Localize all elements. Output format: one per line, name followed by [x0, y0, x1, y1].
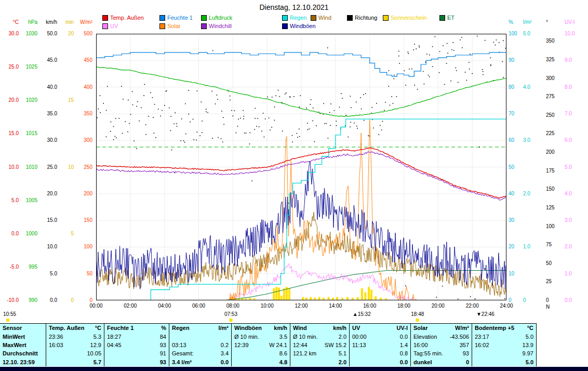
legend-item-temp-au-en: Temp. Außen [102, 15, 144, 21]
legend-item-wind: Wind [311, 15, 331, 21]
y-tick-label: 0 [523, 298, 537, 303]
y-tick-label: 250 [546, 113, 559, 118]
table-row-label: Sensor [0, 325, 46, 331]
sun-icon [416, 319, 419, 322]
y-tick-label: 10 [61, 165, 74, 170]
table-cell-group: Windböenkm/h [231, 324, 290, 332]
table-cell-value: 0.2 [221, 342, 229, 348]
table-cell-value: °C [527, 325, 533, 331]
legend-label: ET [447, 15, 455, 21]
marker-moonset: ▼22:46 [476, 311, 495, 317]
y-tick-label: 1005 [21, 198, 37, 203]
table-cell-group: 04:4593 [104, 341, 169, 349]
table-cell-value: 13.9 [523, 342, 533, 348]
table-cell-value: 91 [160, 350, 166, 356]
table-cell-group [169, 332, 231, 340]
y-tick-label: 7.0 [565, 111, 580, 116]
y-tick-label: 225 [546, 131, 559, 136]
table-cell-value: 93 [160, 342, 166, 348]
y-tick-label: 4.0 [523, 85, 537, 90]
table-cell-value: 1.4 [400, 342, 408, 348]
marker-sunrise: 07:53 [224, 311, 237, 322]
y-tick-label: 350 [76, 111, 92, 116]
y-tick-label: 30.0 [41, 138, 57, 143]
legend-item-uv: UV [102, 23, 118, 29]
y-tick-label: 50.0 [41, 31, 57, 36]
table-cell-group: 12:39W 24.1 [231, 341, 290, 349]
table-cell-group: 03:130.2 [169, 341, 231, 349]
legend-swatch-icon [347, 15, 353, 21]
marker-label: ▼22:46 [476, 311, 495, 317]
x-tick-label: 14:00 [329, 303, 342, 309]
x-tick-label: 12:00 [295, 303, 308, 309]
table-cell-group: 18:2784 [104, 332, 169, 340]
table-cell-value: 9.97 [523, 350, 533, 356]
y-tick-label: 75 [546, 242, 559, 247]
axis-unit-label: % [509, 20, 520, 25]
table-cell-time: Solar [413, 325, 428, 331]
x-tick-label: 16:00 [363, 303, 376, 309]
y-tick-label: 10.0 [41, 244, 57, 249]
y-tick-label: 5.0 [3, 198, 19, 203]
y-tick-label: 20 [509, 244, 520, 249]
table-cell-group: 10.05 [46, 349, 104, 357]
y-tick-label: 150 [546, 187, 559, 192]
y-tick-label: 45.0 [41, 58, 57, 63]
table-cell-group: dunkel0 [410, 358, 472, 366]
y-tick-label: 0.0 [41, 298, 57, 303]
table-cell-time: UV [352, 325, 360, 331]
y-tick-label: 350 [546, 38, 559, 44]
table-cell-value: 0.0 [400, 334, 408, 340]
table-cell-time: 16:00 [413, 342, 428, 348]
table-cell-group: 16:00357 [410, 341, 472, 349]
legend-swatch-icon [102, 23, 108, 29]
table-cell-value: SW 15.2 [325, 342, 346, 348]
table-cell-group: 16:0312.9 [46, 341, 104, 349]
legend-swatch-icon [282, 23, 288, 29]
y-tick-label: 300 [546, 76, 559, 81]
marker-label: ▲15:32 [353, 311, 371, 317]
table-cell-time: 16:02 [475, 342, 489, 348]
legend-item-regen: Regen [282, 15, 306, 21]
table-cell-group: 9.97 [472, 349, 536, 357]
legend-label: Luftdruck [209, 15, 232, 21]
page-title: Dienstag, 12.10.2021 [0, 3, 588, 11]
y-tick-label: 0 [61, 298, 74, 303]
legend-item-et: ET [439, 15, 455, 21]
axis-unit-label: °C [3, 20, 19, 25]
table-cell-value: 357 [460, 342, 469, 348]
y-tick-label: 35.0 [41, 111, 57, 116]
table-row-label: MinWert [0, 334, 46, 340]
legend-swatch-icon [201, 23, 207, 29]
marker-label: 18:48 [411, 311, 424, 317]
table-cell-group: 5.7 [46, 358, 104, 366]
x-tick-label: 00:00 [89, 303, 102, 309]
y-tick-label: 0 [546, 298, 559, 303]
y-tick-label: 40 [509, 191, 520, 196]
marker-label: 10:55 [3, 311, 16, 317]
table-cell-value: 5.0 [526, 334, 533, 340]
table-cell-time: Ø 10 min. [293, 334, 318, 340]
legend-label: Sonnenschein [391, 15, 427, 21]
x-tick-label: 20:00 [432, 303, 445, 309]
table-cell-value: 84 [160, 334, 166, 340]
table-cell-group: Ø 10 min.3.5 [231, 332, 290, 340]
table-cell-time: 121.2 km [293, 350, 316, 356]
y-tick-label: 1.0 [523, 244, 537, 249]
table-cell-time: 12:39 [234, 342, 249, 348]
table-row-label: 12.10. 23:59 [0, 359, 46, 365]
x-tick-label: 06:00 [192, 303, 205, 309]
table-cell-time: 23:17 [475, 334, 489, 340]
table-cell-value: UV-I [397, 325, 408, 331]
sun-icon [229, 319, 232, 322]
table-cell-time: 18:27 [107, 334, 122, 340]
y-tick-label: 2.0 [523, 191, 537, 196]
table-cell-group: 23:365.3 [46, 332, 104, 340]
y-tick-label: 20.0 [3, 98, 19, 103]
y-tick-label: 250 [76, 165, 92, 170]
table-cell-value: % [161, 325, 166, 331]
marker-day-length: 10:55 [3, 311, 16, 322]
table-cell-value: 0.0 [221, 359, 229, 365]
table-cell-value: 12.9 [90, 342, 101, 348]
table-cell-group: Elevation-43.506 [410, 332, 472, 340]
